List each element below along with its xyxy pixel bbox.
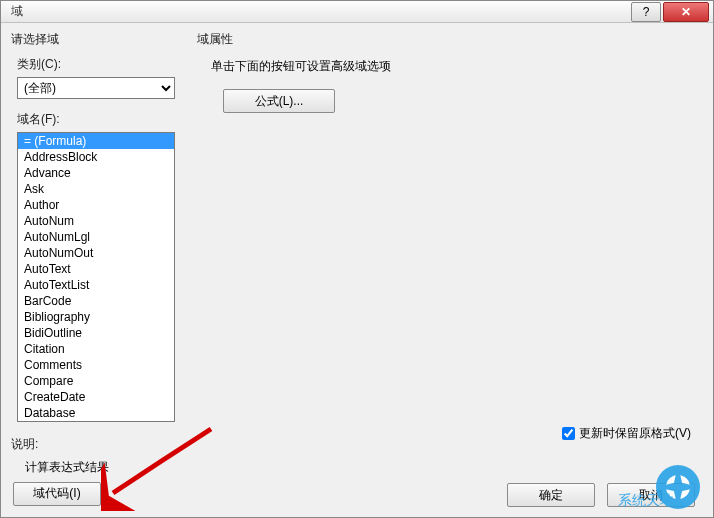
left-panel: 请选择域 类别(C): (全部) 域名(F): = (Formula)Addre… — [11, 31, 185, 476]
titlebar: 域 ? ✕ — [1, 1, 713, 23]
category-select[interactable]: (全部) — [17, 77, 175, 99]
description-block: 说明: 计算表达式结果 — [11, 436, 185, 476]
list-item[interactable]: AutoNum — [18, 213, 174, 229]
preserve-format-label[interactable]: 更新时保留原格式(V) — [579, 425, 691, 442]
preserve-format-row: 更新时保留原格式(V) — [562, 425, 691, 442]
ok-button[interactable]: 确定 — [507, 483, 595, 507]
description-label: 说明: — [11, 436, 185, 453]
right-panel: 域属性 单击下面的按钮可设置高级域选项 公式(L)... 更新时保留原格式(V) — [197, 31, 703, 476]
list-item[interactable]: BidiOutline — [18, 325, 174, 341]
cancel-button[interactable]: 取消 — [607, 483, 695, 507]
field-dialog: 域 ? ✕ 请选择域 类别(C): (全部) 域名(F): = (Formula… — [0, 0, 714, 518]
list-item[interactable]: Advance — [18, 165, 174, 181]
list-item[interactable]: BarCode — [18, 293, 174, 309]
fieldname-listbox[interactable]: = (Formula)AddressBlockAdvanceAskAuthorA… — [17, 132, 175, 422]
list-item[interactable]: AddressBlock — [18, 149, 174, 165]
window-controls: ? ✕ — [631, 2, 709, 22]
category-label: 类别(C): — [17, 56, 185, 73]
field-properties-header: 域属性 — [197, 31, 703, 48]
list-item[interactable]: Database — [18, 405, 174, 421]
list-item[interactable]: AutoText — [18, 261, 174, 277]
list-item[interactable]: Compare — [18, 373, 174, 389]
formula-button[interactable]: 公式(L)... — [223, 89, 335, 113]
list-item[interactable]: Comments — [18, 357, 174, 373]
help-button[interactable]: ? — [631, 2, 661, 22]
description-text: 计算表达式结果 — [25, 459, 185, 476]
list-item[interactable]: AutoTextList — [18, 277, 174, 293]
list-item[interactable]: CreateDate — [18, 389, 174, 405]
list-item[interactable]: Citation — [18, 341, 174, 357]
window-title: 域 — [11, 3, 631, 20]
list-item[interactable]: = (Formula) — [18, 133, 174, 149]
select-field-header: 请选择域 — [11, 31, 185, 48]
preserve-format-checkbox[interactable] — [562, 427, 575, 440]
fieldname-label: 域名(F): — [17, 111, 185, 128]
list-item[interactable]: Bibliography — [18, 309, 174, 325]
dialog-footer: 域代码(I) 确定 取消 — [1, 476, 713, 517]
dialog-body: 请选择域 类别(C): (全部) 域名(F): = (Formula)Addre… — [1, 23, 713, 476]
list-item[interactable]: AutoNumOut — [18, 245, 174, 261]
field-codes-button[interactable]: 域代码(I) — [13, 482, 101, 506]
instruction-text: 单击下面的按钮可设置高级域选项 — [211, 58, 703, 75]
list-item[interactable]: Author — [18, 197, 174, 213]
list-item[interactable]: AutoNumLgl — [18, 229, 174, 245]
list-item[interactable]: Ask — [18, 181, 174, 197]
close-button[interactable]: ✕ — [663, 2, 709, 22]
